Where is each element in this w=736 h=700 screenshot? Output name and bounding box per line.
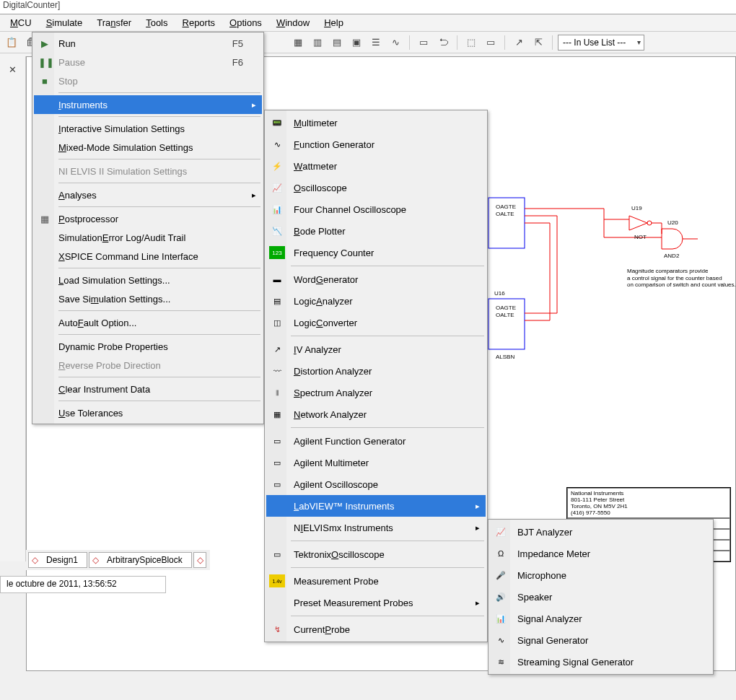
- instr-tek-osc[interactable]: ▭Tektronix Oscilloscope: [266, 543, 486, 565]
- tbtn-grid2-icon[interactable]: ▥: [309, 34, 326, 51]
- pause-icon: ❚❚: [38, 57, 51, 68]
- menu-tools[interactable]: Tools: [139, 16, 175, 30]
- instr-logic-analyzer[interactable]: ▤Logic Analyzer: [266, 290, 486, 312]
- instr-oscilloscope[interactable]: 📈Oscilloscope: [266, 177, 486, 198]
- instr-word-gen[interactable]: ▬Word Generator: [266, 268, 486, 290]
- label-u16: U16: [494, 290, 505, 297]
- tbtn-grid3-icon[interactable]: ▤: [328, 34, 346, 51]
- menu-instruments[interactable]: Instruments: [34, 95, 262, 114]
- lv-microphone[interactable]: 🎤Microphone: [490, 564, 711, 586]
- menu-error-log[interactable]: Simulation Error Log/Audit Trail: [34, 228, 262, 247]
- instr-elvismx[interactable]: NI ELVISmx Instruments: [266, 517, 486, 538]
- tbtn-arrow-icon[interactable]: ↗: [510, 34, 527, 51]
- lv-sig-analyzer[interactable]: 📊Signal Analyzer: [490, 608, 711, 629]
- tbtn-marquee-icon[interactable]: ⬚: [463, 34, 480, 51]
- schematic-note: Magnitude comparators provide a control …: [627, 268, 736, 289]
- probe-icon: 1.4v: [269, 574, 285, 587]
- instr-network[interactable]: ▦Network Analyzer: [266, 403, 486, 425]
- tbtn-grid1-icon[interactable]: ▦: [289, 34, 307, 51]
- menu-analyses[interactable]: Analyses: [34, 185, 262, 204]
- tab-design1[interactable]: ◇Design1: [28, 552, 87, 568]
- menu-save-sim[interactable]: Save Simulation Settings...: [34, 289, 262, 308]
- sig-analyzer-icon: 📊: [493, 612, 509, 625]
- svg-text:OAGTE: OAGTE: [496, 204, 516, 210]
- menu-simulate[interactable]: Simulate: [39, 16, 90, 30]
- impedance-icon: Ω: [493, 547, 509, 560]
- instr-distortion[interactable]: 〰Distortion Analyzer: [266, 360, 486, 382]
- menu-postprocessor[interactable]: ▦ Postprocessor: [34, 209, 262, 228]
- menu-transfer[interactable]: Transfer: [89, 16, 139, 30]
- menu-clear-instr[interactable]: Clear Instrument Data: [34, 380, 262, 398]
- instr-agilent-osc[interactable]: ▭Agilent Oscilloscope: [266, 473, 486, 495]
- menu-options[interactable]: Options: [222, 16, 269, 30]
- tab-extra[interactable]: ◇: [193, 552, 206, 568]
- instr-freq[interactable]: 123Frequency Counter: [266, 242, 486, 263]
- tbtn-list-icon[interactable]: ☰: [367, 34, 385, 51]
- design-tabs: ◇Design1 ◇ArbitrarySpiceBlock ◇: [26, 550, 210, 570]
- tbtn-paste-icon[interactable]: 📋: [3, 34, 20, 51]
- menubar: MCU Simulate Transfer Tools Reports Opti…: [0, 14, 736, 32]
- window-title-remnant: DigitalCounter]: [0, 0, 736, 14]
- agilent-osc-icon: ▭: [269, 478, 285, 491]
- menu-mixed-mode[interactable]: Mixed-Mode Simulation Settings: [34, 138, 262, 157]
- instr-current-probe[interactable]: ↯Current Probe: [266, 618, 486, 640]
- svg-text:OALTE: OALTE: [496, 211, 514, 217]
- menu-xspice[interactable]: XSPICE Command Line Interface: [34, 247, 262, 266]
- instr-meas-probe[interactable]: 1.4vMeasurement Probe: [266, 570, 486, 592]
- menu-auto-fault[interactable]: Auto Fault Option...: [34, 313, 262, 332]
- lv-bjt[interactable]: 📈BJT Analyzer: [490, 521, 711, 543]
- instr-multimeter[interactable]: 📟Multimeter: [266, 112, 486, 134]
- tbtn-back-icon[interactable]: ⮌: [434, 34, 452, 51]
- menu-mcu[interactable]: MCU: [3, 16, 39, 30]
- logic-analyzer-icon: ▤: [269, 294, 285, 307]
- instr-iv[interactable]: ↗IV Analyzer: [266, 338, 486, 360]
- instr-labview[interactable]: LabVIEW™ Instruments: [266, 495, 486, 517]
- lv-impedance[interactable]: ΩImpedance Meter: [490, 543, 711, 564]
- instr-agilent-fg[interactable]: ▭Agilent Function Generator: [266, 430, 486, 452]
- lv-speaker[interactable]: 🔊Speaker: [490, 586, 711, 608]
- label-u20: U20: [667, 219, 678, 226]
- agilent-mm-icon: ▭: [269, 456, 285, 469]
- menu-elvis: NI ELVIS II Simulation Settings: [34, 162, 262, 180]
- menu-interactive-sim[interactable]: Interactive Simulation Settings: [34, 119, 262, 138]
- instr-wattmeter[interactable]: ⚡Wattmeter: [266, 155, 486, 177]
- design-tab-icon: ◇: [32, 555, 38, 565]
- tek-icon: ▭: [269, 548, 285, 561]
- lv-sig-gen[interactable]: ∿Signal Generator: [490, 629, 711, 651]
- menu-stop: ■ Stop: [34, 71, 262, 90]
- lv-stream-sig-gen[interactable]: ≋Streaming Signal Generator: [490, 651, 711, 673]
- instr-func-gen[interactable]: ∿Function Generator: [266, 134, 486, 155]
- tbtn-export-icon[interactable]: ⇱: [530, 34, 547, 51]
- postprocessor-icon: ▦: [38, 214, 51, 224]
- tbtn-page-icon[interactable]: ▭: [415, 34, 432, 51]
- tbtn-select-icon[interactable]: ▭: [482, 34, 499, 51]
- svg-text:ALSBN: ALSBN: [496, 354, 514, 360]
- menu-reports[interactable]: Reports: [175, 16, 223, 30]
- menu-use-tol[interactable]: Use Tolerances: [34, 403, 262, 422]
- bjt-icon: 📈: [493, 525, 509, 538]
- instr-logic-conv[interactable]: ◫Logic Converter: [266, 312, 486, 333]
- design-tab-icon: ◇: [92, 555, 99, 565]
- menu-dyn-probe[interactable]: Dynamic Probe Properties: [34, 337, 262, 356]
- instr-agilent-mm[interactable]: ▭Agilent Multimeter: [266, 452, 486, 473]
- wattmeter-icon: ⚡: [269, 159, 285, 172]
- in-use-list-dropdown[interactable]: --- In Use List ---: [558, 35, 644, 51]
- iv-icon: ↗: [269, 343, 285, 356]
- menu-load-sim[interactable]: Load Simulation Settings...: [34, 271, 262, 289]
- separator: [552, 35, 553, 50]
- menu-window[interactable]: Window: [269, 16, 317, 30]
- tbtn-sheet-icon[interactable]: ▣: [348, 34, 365, 51]
- instr-spectrum[interactable]: ⫴Spectrum Analyzer: [266, 382, 486, 403]
- separator: [504, 35, 505, 50]
- tbtn-graph-icon[interactable]: ∿: [387, 34, 404, 51]
- instr-bode[interactable]: 📉Bode Plotter: [266, 220, 486, 242]
- menu-help[interactable]: Help: [317, 16, 351, 30]
- svg-text:OAGTE: OAGTE: [496, 305, 516, 311]
- menu-run[interactable]: ▶ Run F5: [34, 34, 262, 53]
- side-close-icon[interactable]: ✕: [4, 61, 22, 78]
- instruments-submenu: 📟Multimeter ∿Function Generator ⚡Wattmet…: [264, 110, 488, 642]
- instr-four-ch[interactable]: 📊Four Channel Oscilloscope: [266, 198, 486, 220]
- menu-rev-probe: Reverse Probe Direction: [34, 356, 262, 375]
- instr-preset-probes[interactable]: Preset Measurement Probes: [266, 592, 486, 613]
- tab-arbitrary-spice[interactable]: ◇ArbitrarySpiceBlock: [89, 552, 192, 568]
